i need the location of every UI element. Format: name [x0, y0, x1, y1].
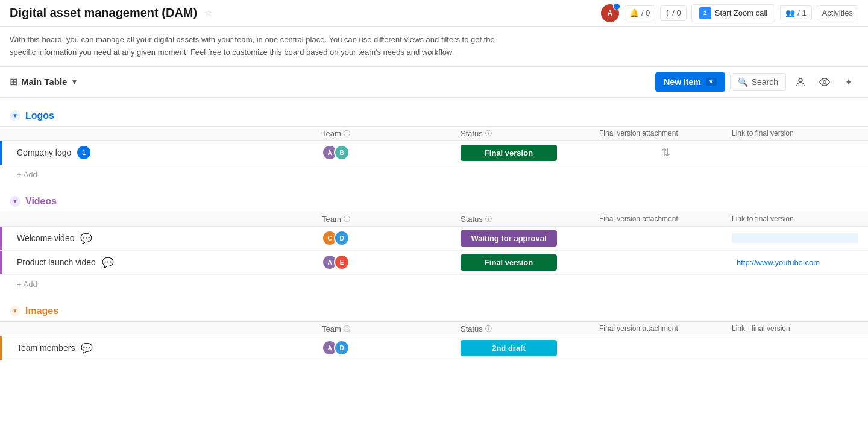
people-icon: 👥: [785, 8, 795, 17]
pin-icon-btn[interactable]: ✦: [839, 72, 858, 92]
logos-status-info-icon: ⓘ: [485, 129, 492, 138]
logos-toggle-icon[interactable]: ▼: [10, 110, 20, 121]
images-row-team-members-name-cell: Team members 💬: [10, 342, 322, 354]
logos-add-row[interactable]: + Add: [0, 165, 868, 184]
videos-row-product-launch: Product launch video 💬 A E Final version…: [0, 251, 868, 275]
star-icon[interactable]: ☆: [204, 7, 213, 19]
images-section-header: ▼ Images: [0, 306, 868, 321]
images-toggle-icon[interactable]: ▼: [10, 306, 20, 316]
notifications-btn[interactable]: 🔔 / 0: [624, 5, 655, 20]
videos-row-accent-2: [0, 251, 2, 274]
images-section: ▼ Images Team ⓘ Status ⓘ Final version a…: [0, 306, 868, 360]
videos-row-welcome-status-cell[interactable]: Waiting for approval: [461, 230, 581, 247]
videos-col-status: Status ⓘ: [461, 215, 581, 224]
activities-btn[interactable]: Activities: [817, 5, 858, 20]
videos-row-product-status-cell[interactable]: Final version: [461, 254, 581, 271]
videos-welcome-status-badge[interactable]: Waiting for approval: [461, 230, 557, 247]
logos-team-info-icon: ⓘ: [344, 129, 350, 138]
arrow-up-icon: ⤴: [665, 8, 670, 18]
images-status-badge[interactable]: 2nd draft: [461, 340, 557, 356]
zoom-btn[interactable]: Z Start Zoom call: [691, 4, 775, 22]
videos-welcome-avatar-2: D: [334, 230, 350, 246]
zoom-icon: Z: [699, 7, 711, 19]
people-btn[interactable]: 👥 / 1: [780, 5, 811, 20]
images-team-info-icon: ⓘ: [344, 324, 350, 333]
logos-row-company-logo: Company logo 1 A B Final version ⇅: [0, 141, 868, 165]
images-col-team: Team ⓘ: [322, 324, 442, 333]
logos-table-header: Team ⓘ Status ⓘ Final version attachment…: [0, 126, 868, 141]
person-icon-btn[interactable]: [791, 72, 810, 92]
updates-btn[interactable]: ⤴ / 0: [660, 5, 686, 21]
logos-section-header: ▼ Logos: [0, 110, 868, 126]
videos-row-welcome: Welcome video 💬 C D Waiting for approval: [0, 227, 868, 251]
videos-row-product-link: http://www.youtube.com: [732, 258, 858, 267]
board-title: Digital asset management (DAM): [10, 6, 197, 20]
videos-row-product-team: A E: [322, 254, 442, 270]
logos-col-status: Status ⓘ: [461, 129, 581, 138]
images-status-info-icon: ⓘ: [485, 324, 492, 333]
videos-col-attachment: Final version attachment: [599, 215, 732, 223]
logos-title[interactable]: Logos: [25, 110, 54, 121]
logos-section: ▼ Logos Team ⓘ Status ⓘ Final version at…: [0, 110, 868, 184]
board-title-area: Digital asset management (DAM) ☆: [10, 6, 213, 20]
images-row-status-cell[interactable]: 2nd draft: [461, 340, 581, 356]
logos-status-badge[interactable]: Final version: [461, 145, 557, 161]
images-row-accent: [0, 336, 2, 360]
description-text: With this board, you can manage all your…: [10, 34, 504, 59]
videos-title[interactable]: Videos: [25, 196, 57, 207]
videos-add-row[interactable]: + Add: [0, 275, 868, 294]
videos-product-avatar-2: E: [334, 254, 350, 270]
videos-row-welcome-name: Welcome video: [17, 233, 74, 243]
new-item-dropdown-icon: ▼: [706, 78, 717, 86]
logos-attachment-cell[interactable]: ⇅: [599, 146, 732, 159]
user-avatar: A: [601, 4, 619, 22]
images-row-comment-icon[interactable]: 💬: [81, 342, 93, 354]
logos-row-status-cell[interactable]: Final version: [461, 145, 581, 161]
logos-row-team: A B: [322, 145, 442, 160]
videos-row-accent-1: [0, 227, 2, 250]
toolbar: ⊞ Main Table ▼ New Item ▼ 🔍 Search ✦: [0, 67, 868, 98]
avatar-area: A: [601, 4, 619, 22]
videos-product-status-badge[interactable]: Final version: [461, 254, 557, 271]
logos-avatar-2: B: [334, 145, 350, 160]
bell-icon: 🔔: [629, 8, 639, 17]
videos-toggle-icon[interactable]: ▼: [10, 196, 20, 207]
videos-row-welcome-name-cell: Welcome video 💬: [10, 233, 322, 244]
table-grid-icon: ⊞: [10, 76, 17, 87]
eye-icon-btn[interactable]: [815, 72, 834, 92]
new-item-label: New Item: [664, 77, 700, 87]
updates-count: / 0: [672, 8, 681, 17]
images-col-attachment: Final version attachment: [599, 324, 732, 333]
images-col-link: Link - final version: [732, 324, 858, 333]
logos-col-link: Link to final version: [732, 129, 858, 137]
videos-row-product-comment-icon[interactable]: 💬: [102, 257, 114, 268]
board-description: With this board, you can manage all your…: [0, 27, 868, 67]
top-bar: Digital asset management (DAM) ☆ A 🔔 / 0…: [0, 0, 868, 27]
toolbar-left: ⊞ Main Table ▼: [10, 76, 78, 87]
images-col-status: Status ⓘ: [461, 324, 581, 333]
logos-row-name: Company logo: [17, 148, 71, 157]
new-item-btn[interactable]: New Item ▼: [655, 72, 725, 92]
logos-update-badge[interactable]: 1: [77, 146, 90, 159]
main-table-label[interactable]: Main Table: [21, 77, 67, 87]
search-label: Search: [752, 77, 778, 87]
images-row-team-members: Team members 💬 A D 2nd draft: [0, 336, 868, 360]
search-icon: 🔍: [738, 77, 748, 87]
avatar-badge: [613, 3, 620, 10]
logos-row-accent: [0, 141, 2, 165]
main-table-dropdown-icon[interactable]: ▼: [71, 78, 78, 86]
videos-row-welcome-comment-icon[interactable]: 💬: [80, 233, 92, 244]
search-btn[interactable]: 🔍 Search: [730, 73, 786, 91]
videos-product-link[interactable]: http://www.youtube.com: [737, 258, 820, 267]
images-row-team-members-name: Team members: [17, 343, 75, 353]
videos-row-welcome-link: [732, 233, 858, 243]
notifications-count: / 0: [641, 8, 650, 17]
logos-row-name-cell: Company logo 1: [10, 146, 322, 159]
content-area: ▼ Logos Team ⓘ Status ⓘ Final version at…: [0, 98, 868, 434]
logos-attachment-icon[interactable]: ⇅: [661, 146, 670, 159]
videos-col-team: Team ⓘ: [322, 215, 442, 224]
videos-row-welcome-team: C D: [322, 230, 442, 246]
logos-col-attachment: Final version attachment: [599, 129, 732, 137]
svg-point-0: [799, 78, 802, 82]
images-title[interactable]: Images: [25, 306, 58, 316]
